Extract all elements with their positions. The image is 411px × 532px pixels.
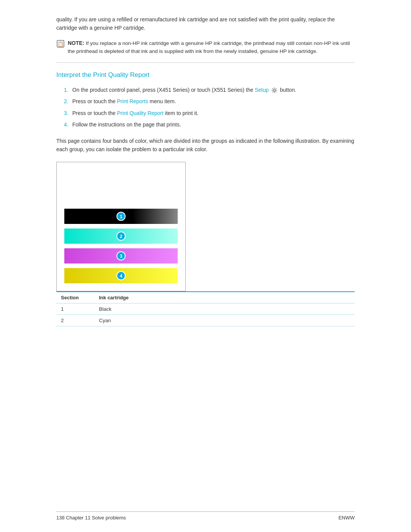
page-container: quality. If you are using a refilled or … [0,0,411,532]
band-2-wrapper: 2 [64,228,178,244]
section-heading: Interpret the Print Quality Report [56,71,355,79]
svg-line-9 [276,88,276,89]
table-cell-section-2: 2 [56,315,94,326]
table-cell-ink-1: Black [94,304,355,315]
note-icon: 📋 [56,40,65,48]
description-paragraph: This page contains four bands of color, … [56,137,355,154]
table-header-row: Section Ink cartridge [56,292,355,304]
table-row-1: 1 Black [56,304,355,315]
steps-list: 1. On the product control panel, press (… [64,86,355,129]
note-box: 📋 NOTE: If you replace a non-HP ink cart… [56,39,355,63]
step-3: 3. Press or touch the Print Quality Repo… [64,109,355,117]
step-4: 4. Follow the instructions on the page t… [64,120,355,129]
table-cell-section-1: 1 [56,304,94,315]
table-row-2: 2 Cyan [56,315,355,326]
step-4-number: 4. [64,120,72,129]
ink-table: Section Ink cartridge 1 Black 2 Cyan [56,291,355,326]
svg-line-8 [276,92,276,93]
setup-icon [271,87,278,94]
note-body: If you replace a non-HP ink cartridge wi… [68,40,350,54]
step-1-number: 1. [64,86,72,94]
intro-paragraph: quality. If you are using a refilled or … [56,15,355,32]
svg-line-10 [272,92,273,93]
step-1-content: On the product control panel, press (X45… [72,86,296,94]
step-2-content: Press or touch the Print Reports menu it… [72,97,176,105]
svg-point-2 [273,89,275,91]
note-content: NOTE: If you replace a non-HP ink cartri… [68,39,355,56]
illustration-white-space [64,174,178,204]
setup-link[interactable]: Setup [255,87,269,93]
footer-left: 138 Chapter 11 Solve problems [56,515,126,521]
band-3-wrapper: 3 [64,248,178,264]
svg-text:📋: 📋 [57,41,64,47]
note-label: NOTE: [68,40,84,46]
footer-right: ENWW [338,515,355,521]
print-reports-link[interactable]: Print Reports [117,98,148,104]
table-header-section: Section [56,292,94,303]
step-3-content: Press or touch the Print Quality Report … [72,109,199,117]
step-2: 2. Press or touch the Print Reports menu… [64,97,355,105]
step-1: 1. On the product control panel, press (… [64,86,355,94]
svg-line-7 [272,88,273,89]
footer: 138 Chapter 11 Solve problems ENWW [56,511,355,521]
band-4-wrapper: 4 [64,268,178,283]
illustration-container: 1 2 3 4 [56,162,186,291]
band-1-wrapper: 1 [64,209,178,224]
step-4-content: Follow the instructions on the page that… [72,120,181,129]
table-cell-ink-2: Cyan [94,315,355,326]
step-3-number: 3. [64,109,72,117]
step-2-number: 2. [64,97,72,105]
table-header-ink: Ink cartridge [94,292,355,303]
print-quality-report-link[interactable]: Print Quality Report [117,110,164,116]
